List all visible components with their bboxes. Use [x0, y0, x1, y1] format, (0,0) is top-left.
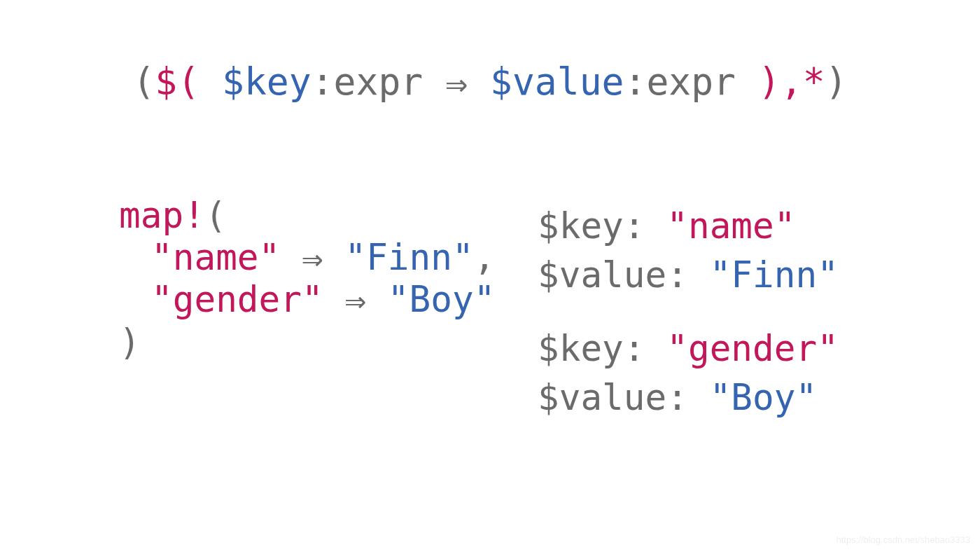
- colon: :: [624, 60, 646, 103]
- binding-row: $value: "Finn": [538, 251, 839, 300]
- paren-open: (: [132, 60, 155, 103]
- macro-name: map!: [119, 195, 205, 236]
- string-value: "Finn": [344, 237, 473, 278]
- binding-value-value: "Boy": [710, 377, 818, 418]
- space: [200, 60, 222, 103]
- invocation-line-1: "name" ⇒ "Finn",: [119, 237, 495, 279]
- watermark: https://blog.csdn.net/shebao3333: [836, 534, 970, 545]
- invocation-line-close: ): [119, 322, 495, 364]
- invocation-line-open: map!(: [119, 195, 495, 237]
- binding-key-label: $key:: [538, 328, 645, 369]
- paren-open: (: [205, 195, 227, 236]
- arrow-icon: ⇒: [344, 280, 366, 321]
- colon: :: [312, 60, 334, 103]
- value-variable: $value: [490, 60, 624, 103]
- binding-row: $key: "name": [538, 202, 839, 251]
- string-value: "Boy": [388, 279, 496, 320]
- string-key: "name": [151, 237, 280, 278]
- comma: ,: [474, 237, 496, 278]
- binding-row: $key: "gender": [538, 324, 839, 373]
- space: [468, 60, 490, 103]
- paren-close: ): [825, 60, 848, 103]
- macro-pattern: ($( $key:expr ⇒ $value:expr ),*): [0, 60, 980, 103]
- close-comma-star: ),*: [758, 60, 825, 103]
- arrow-icon: ⇒: [445, 62, 468, 104]
- arrow-icon: ⇒: [302, 237, 323, 279]
- binding-value-label: $value:: [538, 377, 688, 418]
- binding-value-label: $value:: [538, 254, 688, 296]
- binding-row: $value: "Boy": [538, 373, 839, 422]
- binding-key-value: "gender": [666, 328, 839, 369]
- expr-fragment: expr: [334, 60, 424, 103]
- macro-invocation: map!( "name" ⇒ "Finn", "gender" ⇒ "Boy" …: [119, 195, 495, 364]
- string-key: "gender": [151, 279, 323, 320]
- invocation-line-2: "gender" ⇒ "Boy": [119, 279, 495, 321]
- spacer: [538, 300, 839, 325]
- bindings: $key: "name" $value: "Finn" $key: "gende…: [538, 202, 839, 422]
- binding-key-label: $key:: [538, 205, 645, 247]
- dollar-open: $(: [155, 60, 200, 103]
- binding-value-value: "Finn": [710, 254, 839, 296]
- space: [736, 60, 758, 103]
- space: [423, 60, 445, 103]
- key-variable: $key: [222, 60, 312, 103]
- paren-close: ): [119, 322, 141, 363]
- binding-key-value: "name": [666, 205, 795, 247]
- expr-fragment: expr: [646, 60, 736, 103]
